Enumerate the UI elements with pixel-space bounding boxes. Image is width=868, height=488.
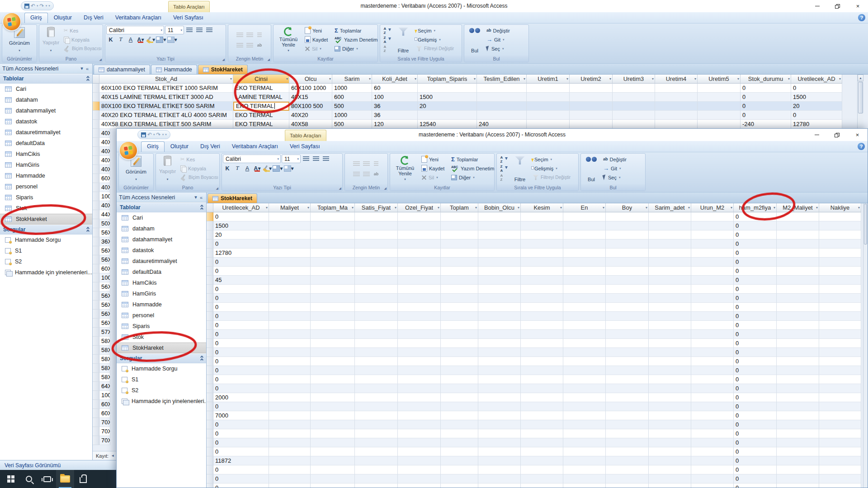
font-name-combo[interactable]: Calibri▾ [106, 26, 164, 34]
cell[interactable] [606, 339, 649, 348]
cell[interactable]: 0 [734, 303, 777, 312]
cell[interactable] [355, 420, 398, 429]
dialog-launcher-icon[interactable]: ◢ [99, 58, 102, 61]
cell[interactable] [606, 375, 649, 384]
cell[interactable] [311, 212, 355, 221]
cell[interactable] [355, 447, 398, 456]
cell[interactable] [521, 348, 563, 357]
cell[interactable] [691, 429, 734, 438]
cell[interactable] [563, 285, 606, 294]
cell[interactable] [355, 239, 398, 249]
align-right-button[interactable] [321, 155, 330, 163]
row-selector[interactable] [93, 418, 99, 427]
cell[interactable] [398, 357, 441, 366]
cell[interactable] [606, 294, 649, 303]
cell[interactable] [649, 221, 691, 230]
cell[interactable] [521, 384, 563, 393]
cell[interactable] [477, 84, 527, 93]
cell[interactable] [691, 420, 734, 429]
increase-indent-button[interactable] [362, 160, 371, 168]
save-record-button[interactable]: Kaydet [303, 35, 332, 44]
cell[interactable]: 0 [213, 465, 269, 474]
cell[interactable] [311, 456, 355, 465]
gridlines-button[interactable]: ▾ [156, 35, 166, 44]
cell[interactable] [570, 102, 613, 111]
cell[interactable] [691, 366, 734, 375]
totals-button[interactable]: ΣToplamlar [449, 155, 492, 164]
cell-partial[interactable]: 70X [99, 427, 110, 436]
cell[interactable]: 40X58 [289, 120, 332, 129]
cell[interactable] [819, 221, 861, 230]
cell[interactable] [563, 303, 606, 312]
nav-item-defaultdata[interactable]: defaultData [0, 138, 92, 149]
toggle-filter-button[interactable]: Filtreyi Değiştir [531, 173, 576, 182]
redo-icon[interactable]: ↷ [156, 132, 161, 137]
row-selector[interactable] [207, 438, 213, 447]
cell[interactable] [355, 312, 398, 321]
row-selector[interactable] [93, 210, 99, 219]
cell[interactable] [441, 230, 478, 239]
cell[interactable]: 1500 [213, 221, 269, 230]
row-selector[interactable] [93, 111, 99, 120]
cell[interactable] [478, 312, 521, 321]
cell[interactable] [563, 447, 606, 456]
dialog-launcher-icon[interactable]: ◢ [268, 58, 270, 61]
row-selector[interactable] [207, 330, 213, 339]
cell[interactable] [398, 303, 441, 312]
cell[interactable]: 0 [734, 249, 777, 258]
cell[interactable] [311, 230, 355, 239]
cell[interactable] [441, 303, 478, 312]
cell[interactable] [478, 348, 521, 357]
cell[interactable] [819, 384, 861, 393]
cell[interactable] [478, 285, 521, 294]
column-dropdown-icon[interactable]: ▾ [737, 77, 739, 81]
cell[interactable] [441, 438, 478, 447]
cell[interactable] [478, 393, 521, 402]
sort-ascending-button[interactable]: AZ [498, 155, 509, 164]
row-selector[interactable] [93, 138, 99, 147]
cell[interactable]: 0 [741, 111, 791, 120]
minimize-button[interactable] [807, 0, 827, 12]
column-header-olcu[interactable]: Olcu▾ [289, 75, 332, 84]
new-record-button[interactable]: Yeni [303, 26, 332, 35]
cell[interactable] [521, 411, 563, 420]
ribbon-tab-dis-veri[interactable]: Dış Veri [194, 141, 226, 152]
cell[interactable] [441, 366, 478, 375]
row-selector[interactable] [207, 321, 213, 330]
cell[interactable]: 40X20 EKO TERMAL ETİKET 4LÜ 4000 SARIM [99, 111, 233, 120]
cell[interactable] [311, 339, 355, 348]
column-header-uretim3[interactable]: Uretim3▾ [613, 75, 655, 84]
cell[interactable] [355, 366, 398, 375]
cell[interactable] [478, 402, 521, 411]
cell[interactable] [691, 375, 734, 384]
underline-button[interactable]: A [126, 35, 135, 44]
cell[interactable] [441, 447, 478, 456]
cell-partial[interactable]: 100 [99, 391, 110, 400]
cell[interactable]: -240 [741, 120, 791, 129]
cell[interactable]: 0 [734, 294, 777, 303]
cell-partial[interactable]: 58X [99, 346, 110, 355]
cell[interactable] [477, 93, 527, 102]
cell[interactable]: 1500 [791, 93, 842, 102]
cell[interactable] [606, 312, 649, 321]
cell[interactable] [398, 483, 441, 488]
cell[interactable] [691, 303, 734, 312]
cell[interactable] [441, 357, 478, 366]
cell[interactable] [311, 321, 355, 330]
font-size-combo[interactable]: 11▾ [282, 155, 301, 163]
cell[interactable] [355, 429, 398, 438]
cell[interactable] [691, 438, 734, 447]
column-header-kesim[interactable]: Kesim▾ [521, 203, 563, 212]
cell[interactable]: EKO TERMAL [233, 84, 289, 93]
cell[interactable]: 0 [734, 402, 777, 411]
row-selector[interactable] [93, 328, 99, 337]
gridlines-button[interactable]: ▾ [273, 164, 283, 173]
cell[interactable] [698, 84, 741, 93]
cell[interactable]: 0 [213, 402, 269, 411]
nav-item-hamgiris[interactable]: HamGiris [0, 160, 92, 170]
cell[interactable] [355, 438, 398, 447]
cell[interactable] [691, 348, 734, 357]
cell[interactable] [355, 384, 398, 393]
ribbon-tab-veri-sayfasi[interactable]: Veri Sayfası [167, 13, 209, 23]
nav-item-personel[interactable]: personel [0, 181, 92, 192]
